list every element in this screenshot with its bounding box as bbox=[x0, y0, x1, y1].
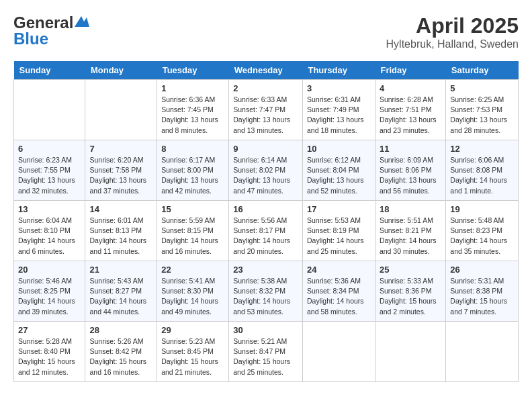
day-info: Sunrise: 5:56 AM Sunset: 8:17 PM Dayligh… bbox=[233, 216, 298, 257]
day-number: 29 bbox=[161, 325, 224, 335]
calendar-cell: 14Sunrise: 6:01 AM Sunset: 8:13 PM Dayli… bbox=[85, 201, 157, 261]
calendar-cell: 18Sunrise: 5:51 AM Sunset: 8:21 PM Dayli… bbox=[375, 201, 445, 261]
calendar-cell: 17Sunrise: 5:53 AM Sunset: 8:19 PM Dayli… bbox=[302, 201, 375, 261]
day-number: 9 bbox=[233, 144, 298, 154]
calendar-cell: 6Sunrise: 6:23 AM Sunset: 7:55 PM Daylig… bbox=[14, 140, 85, 201]
calendar-cell: 19Sunrise: 5:48 AM Sunset: 8:23 PM Dayli… bbox=[446, 201, 519, 261]
logo-bird-icon bbox=[75, 15, 89, 27]
day-number: 12 bbox=[450, 144, 514, 154]
day-number: 4 bbox=[380, 83, 441, 93]
day-number: 20 bbox=[18, 265, 81, 275]
calendar-cell: 22Sunrise: 5:41 AM Sunset: 8:30 PM Dayli… bbox=[157, 261, 229, 322]
day-number: 24 bbox=[307, 265, 371, 275]
day-info: Sunrise: 6:01 AM Sunset: 8:13 PM Dayligh… bbox=[89, 216, 152, 257]
day-info: Sunrise: 5:31 AM Sunset: 8:38 PM Dayligh… bbox=[450, 276, 514, 317]
calendar-cell: 29Sunrise: 5:23 AM Sunset: 8:45 PM Dayli… bbox=[157, 322, 229, 382]
weekday-header-row: SundayMondayTuesdayWednesdayThursdayFrid… bbox=[14, 61, 519, 80]
day-info: Sunrise: 6:23 AM Sunset: 7:55 PM Dayligh… bbox=[18, 155, 81, 196]
day-number: 5 bbox=[450, 83, 514, 93]
day-number: 25 bbox=[380, 265, 441, 275]
day-info: Sunrise: 5:36 AM Sunset: 8:34 PM Dayligh… bbox=[307, 276, 371, 317]
calendar-cell bbox=[446, 322, 519, 382]
title-area: April 2025 Hyltebruk, Halland, Sweden bbox=[386, 13, 519, 50]
day-info: Sunrise: 5:41 AM Sunset: 8:30 PM Dayligh… bbox=[161, 276, 224, 317]
calendar-table: SundayMondayTuesdayWednesdayThursdayFrid… bbox=[13, 61, 519, 382]
calendar-cell bbox=[302, 322, 375, 382]
day-info: Sunrise: 6:25 AM Sunset: 7:53 PM Dayligh… bbox=[450, 95, 514, 136]
location-title: Hyltebruk, Halland, Sweden bbox=[386, 38, 519, 50]
day-number: 16 bbox=[233, 204, 298, 214]
calendar-cell: 4Sunrise: 6:28 AM Sunset: 7:51 PM Daylig… bbox=[375, 80, 445, 140]
day-info: Sunrise: 5:28 AM Sunset: 8:40 PM Dayligh… bbox=[18, 336, 81, 377]
day-info: Sunrise: 6:04 AM Sunset: 8:10 PM Dayligh… bbox=[18, 216, 81, 257]
calendar-cell: 21Sunrise: 5:43 AM Sunset: 8:27 PM Dayli… bbox=[85, 261, 157, 322]
day-number: 1 bbox=[161, 83, 224, 93]
page-header: General Blue April 2025 Hyltebruk, Halla… bbox=[13, 13, 519, 50]
weekday-monday: Monday bbox=[85, 61, 157, 80]
day-info: Sunrise: 5:33 AM Sunset: 8:36 PM Dayligh… bbox=[380, 276, 441, 317]
day-info: Sunrise: 6:09 AM Sunset: 8:06 PM Dayligh… bbox=[380, 155, 441, 196]
calendar-week-2: 6Sunrise: 6:23 AM Sunset: 7:55 PM Daylig… bbox=[14, 140, 519, 201]
day-number: 26 bbox=[450, 265, 514, 275]
day-number: 30 bbox=[233, 325, 298, 335]
svg-marker-0 bbox=[75, 16, 89, 27]
calendar-cell: 20Sunrise: 5:46 AM Sunset: 8:25 PM Dayli… bbox=[14, 261, 85, 322]
weekday-sunday: Sunday bbox=[14, 61, 85, 80]
day-number: 15 bbox=[161, 204, 224, 214]
day-info: Sunrise: 5:48 AM Sunset: 8:23 PM Dayligh… bbox=[450, 216, 514, 257]
day-info: Sunrise: 5:43 AM Sunset: 8:27 PM Dayligh… bbox=[89, 276, 152, 317]
day-info: Sunrise: 5:26 AM Sunset: 8:42 PM Dayligh… bbox=[89, 336, 152, 377]
weekday-saturday: Saturday bbox=[446, 61, 519, 80]
calendar-cell: 16Sunrise: 5:56 AM Sunset: 8:17 PM Dayli… bbox=[229, 201, 303, 261]
day-number: 14 bbox=[89, 204, 152, 214]
day-info: Sunrise: 6:17 AM Sunset: 8:00 PM Dayligh… bbox=[161, 155, 224, 196]
calendar-cell: 11Sunrise: 6:09 AM Sunset: 8:06 PM Dayli… bbox=[375, 140, 445, 201]
day-number: 10 bbox=[307, 144, 371, 154]
day-number: 17 bbox=[307, 204, 371, 214]
calendar-cell: 15Sunrise: 5:59 AM Sunset: 8:15 PM Dayli… bbox=[157, 201, 229, 261]
calendar-week-3: 13Sunrise: 6:04 AM Sunset: 8:10 PM Dayli… bbox=[14, 201, 519, 261]
calendar-cell: 24Sunrise: 5:36 AM Sunset: 8:34 PM Dayli… bbox=[302, 261, 375, 322]
day-info: Sunrise: 5:38 AM Sunset: 8:32 PM Dayligh… bbox=[233, 276, 298, 317]
calendar-cell: 2Sunrise: 6:33 AM Sunset: 7:47 PM Daylig… bbox=[229, 80, 303, 140]
calendar-cell: 25Sunrise: 5:33 AM Sunset: 8:36 PM Dayli… bbox=[375, 261, 445, 322]
day-number: 8 bbox=[161, 144, 224, 154]
day-number: 19 bbox=[450, 204, 514, 214]
day-number: 28 bbox=[89, 325, 152, 335]
calendar-week-4: 20Sunrise: 5:46 AM Sunset: 8:25 PM Dayli… bbox=[14, 261, 519, 322]
day-info: Sunrise: 5:21 AM Sunset: 8:47 PM Dayligh… bbox=[233, 336, 298, 377]
day-info: Sunrise: 6:14 AM Sunset: 8:02 PM Dayligh… bbox=[233, 155, 298, 196]
day-number: 11 bbox=[380, 144, 441, 154]
calendar-cell bbox=[375, 322, 445, 382]
day-info: Sunrise: 5:53 AM Sunset: 8:19 PM Dayligh… bbox=[307, 216, 371, 257]
day-info: Sunrise: 6:33 AM Sunset: 7:47 PM Dayligh… bbox=[233, 95, 298, 136]
logo: General Blue bbox=[13, 13, 89, 48]
calendar-cell: 1Sunrise: 6:36 AM Sunset: 7:45 PM Daylig… bbox=[157, 80, 229, 140]
weekday-friday: Friday bbox=[375, 61, 445, 80]
calendar-cell: 30Sunrise: 5:21 AM Sunset: 8:47 PM Dayli… bbox=[229, 322, 303, 382]
day-info: Sunrise: 5:51 AM Sunset: 8:21 PM Dayligh… bbox=[380, 216, 441, 257]
logo-blue: Blue bbox=[13, 30, 48, 48]
day-info: Sunrise: 6:12 AM Sunset: 8:04 PM Dayligh… bbox=[307, 155, 371, 196]
calendar-body: 1Sunrise: 6:36 AM Sunset: 7:45 PM Daylig… bbox=[14, 80, 519, 382]
calendar-week-5: 27Sunrise: 5:28 AM Sunset: 8:40 PM Dayli… bbox=[14, 322, 519, 382]
calendar-cell: 12Sunrise: 6:06 AM Sunset: 8:08 PM Dayli… bbox=[446, 140, 519, 201]
day-number: 21 bbox=[89, 265, 152, 275]
calendar-cell: 10Sunrise: 6:12 AM Sunset: 8:04 PM Dayli… bbox=[302, 140, 375, 201]
day-number: 18 bbox=[380, 204, 441, 214]
day-number: 23 bbox=[233, 265, 298, 275]
day-info: Sunrise: 6:28 AM Sunset: 7:51 PM Dayligh… bbox=[380, 95, 441, 136]
weekday-tuesday: Tuesday bbox=[157, 61, 229, 80]
calendar-cell: 26Sunrise: 5:31 AM Sunset: 8:38 PM Dayli… bbox=[446, 261, 519, 322]
weekday-thursday: Thursday bbox=[302, 61, 375, 80]
day-info: Sunrise: 6:31 AM Sunset: 7:49 PM Dayligh… bbox=[307, 95, 371, 136]
calendar-cell: 8Sunrise: 6:17 AM Sunset: 8:00 PM Daylig… bbox=[157, 140, 229, 201]
day-number: 27 bbox=[18, 325, 81, 335]
day-info: Sunrise: 6:36 AM Sunset: 7:45 PM Dayligh… bbox=[161, 95, 224, 136]
day-info: Sunrise: 5:46 AM Sunset: 8:25 PM Dayligh… bbox=[18, 276, 81, 317]
calendar-cell bbox=[85, 80, 157, 140]
calendar-week-1: 1Sunrise: 6:36 AM Sunset: 7:45 PM Daylig… bbox=[14, 80, 519, 140]
calendar-cell: 23Sunrise: 5:38 AM Sunset: 8:32 PM Dayli… bbox=[229, 261, 303, 322]
calendar-cell: 13Sunrise: 6:04 AM Sunset: 8:10 PM Dayli… bbox=[14, 201, 85, 261]
day-number: 13 bbox=[18, 204, 81, 214]
